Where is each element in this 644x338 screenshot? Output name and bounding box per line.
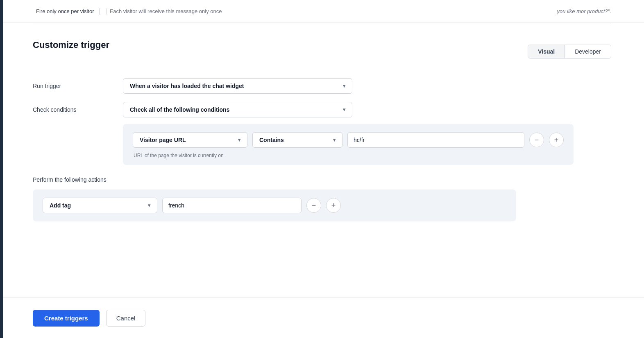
actions-section-label: Perform the following actions — [33, 176, 611, 183]
bottom-section: Create triggers Cancel — [0, 298, 644, 338]
chevron-down-icon-3: ▾ — [238, 137, 240, 143]
add-action-button[interactable]: + — [326, 198, 341, 213]
top-strip-right-text: you like mor product?". — [557, 8, 611, 14]
action-type-dropdown[interactable]: Add tag ▾ — [43, 198, 157, 213]
cancel-button[interactable]: Cancel — [106, 310, 146, 327]
action-type-value: Add tag — [50, 202, 71, 209]
top-strip: Fire only once per visitor Each visitor … — [0, 0, 644, 23]
action-value-input[interactable] — [162, 198, 302, 213]
tab-developer[interactable]: Developer — [565, 45, 611, 58]
condition-value-input[interactable] — [347, 132, 524, 148]
chevron-down-icon-5: ▾ — [148, 203, 150, 208]
page-title: Customize trigger — [33, 40, 109, 50]
fire-once-checkbox[interactable] — [99, 8, 107, 15]
action-row: Add tag ▾ − + — [43, 198, 506, 213]
remove-action-button[interactable]: − — [306, 198, 321, 213]
condition-hint: URL of the page the visitor is currently… — [134, 153, 564, 158]
chevron-down-icon-4: ▾ — [333, 137, 336, 143]
run-trigger-label: Run trigger — [33, 83, 123, 89]
sidebar-strip — [0, 0, 3, 338]
fire-once-label: Fire only once per visitor — [36, 8, 94, 14]
add-condition-button[interactable]: + — [549, 133, 564, 147]
url-type-value: Visitor page URL — [140, 137, 186, 143]
create-triggers-button[interactable]: Create triggers — [33, 310, 100, 327]
fire-once-checkbox-wrapper[interactable]: Each visitor will receive this message o… — [99, 8, 222, 15]
check-conditions-label: Check conditions — [33, 106, 123, 113]
contains-dropdown[interactable]: Contains ▾ — [252, 132, 342, 148]
condition-block: Visitor page URL ▾ Contains ▾ − + URL of… — [123, 124, 574, 165]
view-toggle: Visual Developer — [528, 45, 611, 59]
check-conditions-row: Check conditions Check all of the follow… — [33, 102, 611, 117]
remove-condition-button[interactable]: − — [529, 133, 544, 147]
run-trigger-dropdown[interactable]: When a visitor has loaded the chat widge… — [123, 78, 352, 94]
customize-header: Customize trigger Visual Developer — [33, 40, 611, 63]
action-block: Add tag ▾ − + — [33, 189, 516, 221]
fire-once-section: Fire only once per visitor Each visitor … — [36, 8, 222, 15]
main-content: Customize trigger Visual Developer Run t… — [0, 23, 644, 297]
chevron-down-icon: ▾ — [343, 83, 345, 89]
tab-visual[interactable]: Visual — [528, 45, 565, 58]
each-visitor-text: Each visitor will receive this message o… — [110, 8, 222, 14]
condition-row: Visitor page URL ▾ Contains ▾ − + — [133, 132, 564, 148]
url-type-dropdown[interactable]: Visitor page URL ▾ — [133, 132, 247, 148]
chevron-down-icon-2: ▾ — [343, 107, 345, 113]
check-conditions-value: Check all of the following conditions — [130, 106, 229, 113]
contains-value: Contains — [259, 137, 284, 143]
run-trigger-value: When a visitor has loaded the chat widge… — [130, 83, 244, 89]
check-conditions-dropdown[interactable]: Check all of the following conditions ▾ — [123, 102, 352, 117]
run-trigger-row: Run trigger When a visitor has loaded th… — [33, 78, 611, 94]
